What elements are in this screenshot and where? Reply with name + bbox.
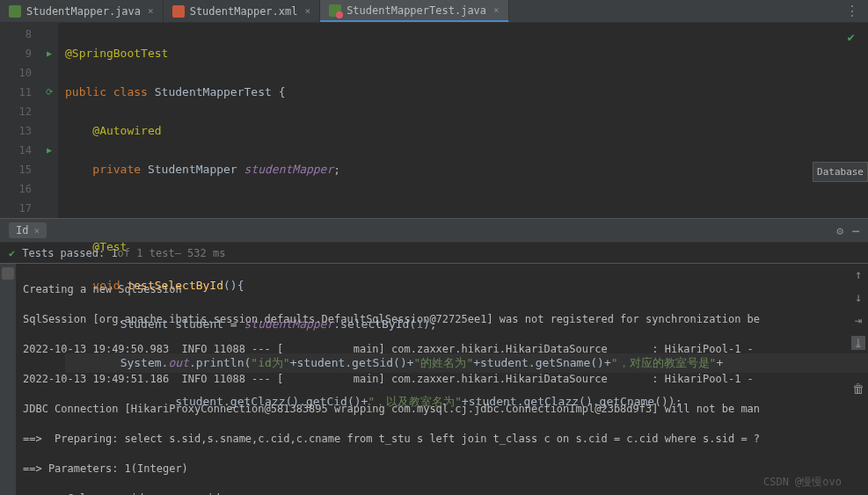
database-tool-label[interactable]: Database: [813, 162, 868, 182]
line-number: 14: [0, 141, 32, 160]
line-number: 8: [0, 25, 32, 44]
line-number: 17: [0, 199, 32, 218]
watermark: CSDN @慢慢ovo: [763, 475, 842, 490]
semicolon: ;: [333, 163, 340, 176]
close-icon[interactable]: ×: [148, 5, 154, 17]
check-icon: ✔: [9, 247, 15, 259]
annotation: @SpringBootTest: [65, 47, 168, 60]
run-class-icon[interactable]: ▶: [40, 44, 58, 63]
tab-studentmappertest-java[interactable]: StudentMapperTest.java ×: [320, 0, 509, 22]
annotation: @Autowired: [92, 124, 161, 137]
line-number: 11: [0, 83, 32, 102]
line-number: 16: [0, 179, 32, 199]
console-line: JDBC Connection [HikariProxyConnection@5…: [23, 402, 842, 417]
console-line: SqlSession [org.apache.ibatis.session.de…: [23, 312, 842, 327]
xml-icon: [172, 5, 185, 18]
line-number: 13: [0, 121, 32, 141]
analysis-ok-icon[interactable]: ✔: [848, 30, 855, 44]
close-icon[interactable]: ×: [305, 5, 311, 17]
console-output[interactable]: Creating a new SqlSession SqlSession [or…: [16, 264, 849, 495]
keyword: class: [113, 85, 148, 98]
test-tree-toolbar: [0, 264, 16, 495]
line-number: 10: [0, 63, 32, 83]
tool-tab-label: Id: [16, 224, 28, 237]
brace: {: [279, 85, 286, 98]
console-panel: Creating a new SqlSession SqlSession [or…: [0, 264, 868, 495]
console-line: Creating a new SqlSession: [23, 282, 842, 297]
tab-label: StudentMapperTest.java: [346, 4, 486, 17]
class-name: StudentMapperTest: [155, 85, 272, 98]
close-icon[interactable]: ×: [493, 4, 500, 16]
console-line: ==> Preparing: select s.sid,s.sname,c.ci…: [23, 432, 842, 447]
keyword: private: [92, 163, 141, 176]
run-icon[interactable]: [40, 102, 58, 121]
console-line: 2022-10-13 19:49:50.983 INFO 11088 --- […: [23, 342, 842, 357]
run-test-icon[interactable]: ▶: [40, 141, 58, 160]
editor-tabs: StudentMapper.java × StudentMapper.xml ×…: [0, 0, 868, 23]
run-icon[interactable]: [40, 25, 58, 44]
line-number: 12: [0, 102, 32, 121]
tab-label: StudentMapper.xml: [190, 5, 298, 18]
test-icon: [329, 4, 341, 17]
field: studentMapper: [244, 163, 334, 176]
console-line: <== Columns: sid, sname, cid, cname: [23, 491, 842, 495]
run-icon[interactable]: ⟳: [40, 83, 58, 102]
java-icon: [9, 5, 21, 18]
keyword: public: [65, 85, 106, 98]
type: StudentMapper: [148, 163, 237, 176]
tool-tab[interactable]: Id×: [9, 222, 47, 238]
run-icon[interactable]: [40, 121, 58, 141]
tab-studentmapper-xml[interactable]: StudentMapper.xml ×: [164, 0, 320, 22]
line-gutter: 8 9 10 11 12 13 14 15 16 17: [0, 23, 40, 218]
sort-icon[interactable]: [2, 267, 14, 280]
console-line: 2022-10-13 19:49:51.186 INFO 11088 --- […: [23, 372, 842, 387]
more-icon[interactable]: ⋮: [836, 3, 868, 19]
line-number: 15: [0, 160, 32, 179]
run-icon[interactable]: [40, 63, 58, 83]
console-line: ==> Parameters: 1(Integer): [23, 462, 842, 477]
tab-label: StudentMapper.java: [26, 5, 141, 18]
annotation: @Test: [92, 240, 127, 253]
code-editor[interactable]: ✔ Database 8 9 10 11 12 13 14 15 16 17 ▶…: [0, 23, 868, 218]
tab-studentmapper-java[interactable]: StudentMapper.java ×: [0, 0, 164, 22]
close-icon[interactable]: ×: [33, 225, 40, 237]
code-area[interactable]: @SpringBootTest public class StudentMapp…: [58, 23, 868, 218]
line-number: 9: [0, 44, 32, 63]
gutter-icons: ▶ ⟳ ▶: [40, 23, 58, 218]
